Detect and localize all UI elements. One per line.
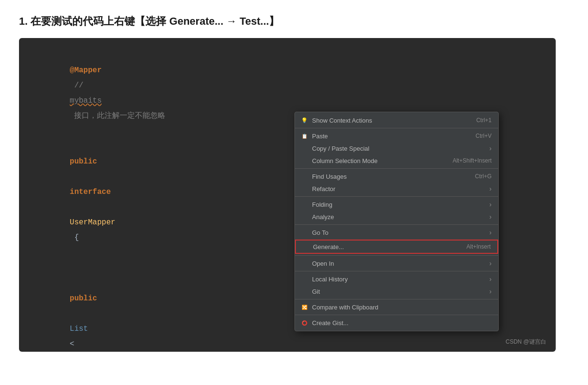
- menu-item-find-usages[interactable]: Find Usages Ctrl+G: [295, 170, 498, 183]
- find-usages-label-wrap: Find Usages: [301, 173, 347, 180]
- menu-item-column-selection[interactable]: Column Selection Mode Alt+Shift+Insert: [295, 154, 498, 167]
- menu-item-go-to[interactable]: Go To ›: [295, 226, 498, 239]
- divider-7: [295, 299, 498, 299]
- find-usages-shortcut: Ctrl+G: [475, 173, 492, 180]
- copy-paste-arrow: ›: [489, 144, 492, 152]
- divider-6: [295, 271, 498, 271]
- gist-icon: [301, 319, 308, 327]
- compare-label: Compare with Clipboard: [312, 304, 378, 311]
- git-label-wrap: Git: [301, 288, 320, 295]
- menu-item-refactor[interactable]: Refactor ›: [295, 183, 498, 195]
- menu-item-create-gist[interactable]: Create Gist...: [295, 317, 498, 329]
- space: [70, 173, 75, 181]
- open-in-icon: [301, 260, 308, 267]
- go-to-label-wrap: Go To: [301, 229, 328, 236]
- git-icon: [301, 288, 308, 295]
- find-usages-icon: [301, 173, 308, 180]
- mybaits: mybaits: [70, 96, 102, 105]
- divider-4: [295, 224, 498, 225]
- paste-label: Paste: [312, 133, 328, 140]
- menu-item-label: Show Context Actions: [301, 116, 372, 124]
- type-generic: <: [70, 340, 75, 348]
- comment-rest: 接口，此注解一定不能忽略: [70, 112, 166, 120]
- refactor-arrow: ›: [489, 185, 492, 192]
- lightbulb-icon: [301, 116, 308, 124]
- class-name: UserMapper: [70, 218, 115, 227]
- watermark-text: CSDN @谜宫白: [505, 338, 546, 345]
- folding-arrow: ›: [489, 201, 492, 208]
- open-in-arrow: ›: [489, 260, 492, 267]
- compare-label-wrap: Compare with Clipboard: [301, 303, 378, 311]
- go-to-icon: [301, 229, 308, 236]
- paste-icon: [301, 132, 308, 140]
- menu-item-local-history[interactable]: Local History ›: [295, 273, 498, 285]
- git-label: Git: [312, 288, 320, 295]
- menu-item-paste[interactable]: Paste Ctrl+V: [295, 130, 498, 142]
- divider-5: [295, 255, 498, 256]
- menu-item-compare-clipboard[interactable]: Compare with Clipboard: [295, 301, 498, 313]
- divider-3: [295, 196, 498, 197]
- code-editor: @Mapper // mybaits 接口，此注解一定不能忽略 public i…: [19, 38, 556, 352]
- generate-label: Generate...: [313, 243, 344, 250]
- analyze-label: Analyze: [312, 213, 334, 221]
- keyword-public: public: [70, 157, 97, 166]
- comment: //: [70, 81, 88, 90]
- page-title: 1. 在要测试的代码上右键【选择 Generate... → Test...】: [19, 14, 569, 29]
- menu-item-git[interactable]: Git ›: [295, 285, 498, 298]
- copy-paste-icon: [301, 144, 308, 152]
- open-in-label-wrap: Open In: [301, 260, 334, 267]
- show-context-shortcut: Ctrl+1: [476, 117, 492, 124]
- compare-icon: [301, 303, 308, 311]
- watermark: CSDN @谜宫白: [505, 338, 546, 346]
- refactor-icon: [301, 185, 308, 192]
- menu-item-open-in[interactable]: Open In ›: [295, 257, 498, 270]
- refactor-label: Refactor: [312, 185, 335, 192]
- space2: [70, 203, 75, 212]
- analyze-icon: [301, 213, 308, 221]
- divider-8: [295, 315, 498, 315]
- folding-label: Folding: [312, 201, 332, 208]
- menu-item-analyze[interactable]: Analyze ›: [295, 211, 498, 223]
- go-to-label: Go To: [312, 229, 328, 236]
- generate-shortcut: Alt+Insert: [466, 243, 491, 250]
- menu-item-folding[interactable]: Folding ›: [295, 198, 498, 211]
- keyword-interface: interface: [70, 188, 111, 196]
- create-gist-label: Create Gist...: [312, 319, 349, 327]
- context-menu: Show Context Actions Ctrl+1 Paste Ctrl+V…: [294, 112, 499, 331]
- column-selection-label: Column Selection Mode: [312, 157, 378, 164]
- divider-2: [295, 168, 498, 169]
- menu-item-copy-paste[interactable]: Copy / Paste Special ›: [295, 142, 498, 154]
- open-in-label: Open In: [312, 260, 334, 267]
- column-selection-shortcut: Alt+Shift+Insert: [453, 157, 492, 164]
- column-selection-icon: [301, 157, 308, 164]
- local-history-label-wrap: Local History: [301, 275, 348, 283]
- folding-label-wrap: Folding: [301, 201, 332, 208]
- folding-icon: [301, 201, 308, 208]
- menu-item-generate[interactable]: Generate... Alt+Insert: [295, 240, 498, 254]
- column-selection-label-wrap: Column Selection Mode: [301, 157, 378, 164]
- paste-shortcut: Ctrl+V: [475, 133, 492, 139]
- annotation: @Mapper: [70, 66, 102, 75]
- indent: [70, 279, 88, 288]
- space3: {: [70, 233, 79, 242]
- title-text: 1. 在要测试的代码上右键【选择 Generate... → Test...】: [19, 15, 279, 27]
- refactor-label-wrap: Refactor: [301, 185, 335, 192]
- local-history-icon: [301, 275, 308, 283]
- paste-label-wrap: Paste: [301, 132, 328, 140]
- find-usages-label: Find Usages: [312, 173, 347, 180]
- show-context-label: Show Context Actions: [312, 117, 372, 124]
- space4: [70, 309, 75, 318]
- menu-item-show-context[interactable]: Show Context Actions Ctrl+1: [295, 114, 498, 126]
- divider-1: [295, 128, 498, 128]
- keyword-public2: public: [70, 294, 97, 303]
- analyze-label-wrap: Analyze: [301, 213, 334, 221]
- copy-paste-label-wrap: Copy / Paste Special: [301, 144, 370, 152]
- copy-paste-label: Copy / Paste Special: [312, 145, 370, 152]
- generate-icon: [302, 243, 309, 250]
- generate-label-wrap: Generate...: [302, 243, 344, 250]
- type-list: List: [70, 325, 88, 333]
- analyze-arrow: ›: [489, 213, 492, 221]
- create-gist-label-wrap: Create Gist...: [301, 319, 349, 327]
- go-to-arrow: ›: [489, 229, 492, 236]
- page-wrapper: 1. 在要测试的代码上右键【选择 Generate... → Test...】 …: [0, 0, 588, 385]
